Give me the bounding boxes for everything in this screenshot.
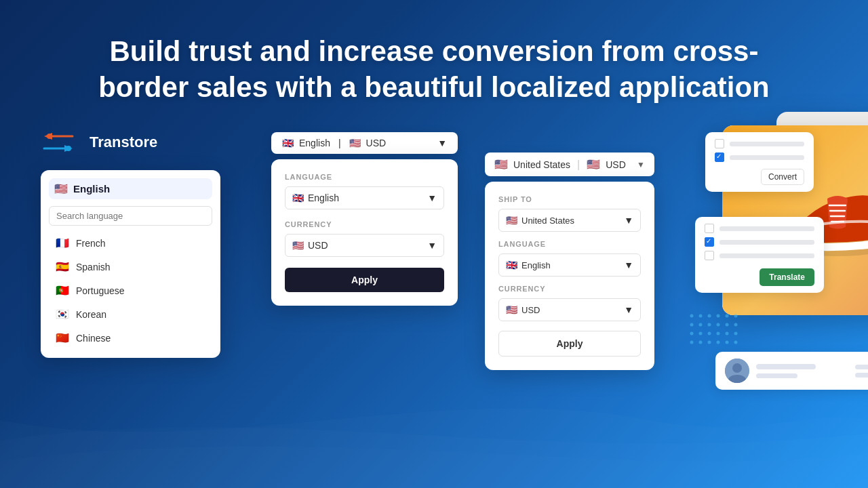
language-widget: 🇺🇸 English 🇫🇷 French 🇪🇸 Spanish 🇵🇹 Portu… [41,170,220,358]
svg-point-26 [699,332,703,336]
topbar-currency: USD [366,138,387,148]
ship-to-value: United States [521,216,624,226]
language-chevron-icon: ▼ [427,192,437,203]
ship-to-bar-country: United States [513,159,570,170]
svg-point-16 [717,314,720,318]
svg-point-22 [717,323,720,327]
language-select[interactable]: 🇬🇧 English ▼ [285,186,444,209]
svg-point-24 [734,323,738,327]
svg-point-27 [708,332,711,336]
svg-point-28 [717,332,720,336]
svg-point-25 [690,332,694,336]
language-option-chinese[interactable]: 🇨🇳 Chinese [49,326,212,350]
ship-currency-chevron: ▼ [624,304,633,315]
apply-button[interactable]: Apply [285,268,444,292]
logo-icon [41,125,81,159]
ship-language-value: English [521,260,624,270]
top-bar-selector[interactable]: 🇬🇧 English | 🇺🇸 USD ▼ [271,132,458,154]
svg-point-21 [708,323,711,327]
currency-section-label: CURRENCY [285,220,444,228]
ship-currency-select[interactable]: 🇺🇸 USD ▼ [498,298,641,321]
svg-point-32 [699,341,703,344]
ship-language-select[interactable]: 🇬🇧 English ▼ [498,253,641,277]
svg-point-18 [734,314,738,318]
svg-point-17 [726,314,729,318]
currency-chevron-icon: ▼ [427,240,437,251]
svg-point-15 [708,314,711,318]
dot-grid-decoration [688,312,743,356]
right-panel: Convert Translate [682,112,827,369]
middle-panel: 🇬🇧 English | 🇺🇸 USD ▼ LANGUAGE 🇬🇧 Englis… [271,132,458,306]
language-option-spanish[interactable]: 🇪🇸 Spanish [49,255,212,279]
page-title: Build trust and increase conversion from… [68,34,800,105]
selected-language-name: English [73,183,110,195]
hero-section: Build trust and increase conversion from… [0,0,868,125]
checkbox-3[interactable] [705,224,714,233]
svg-point-23 [726,323,729,327]
checkbox-row-3 [705,224,814,233]
profile-detail-line [756,373,797,378]
profile-info [756,364,848,378]
currency-select[interactable]: 🇺🇸 USD ▼ [285,234,444,257]
topbar-language: English [299,138,330,148]
checkbox-row-2 [715,152,804,162]
ship-currency-value: USD [521,305,624,315]
ship-language-label: Language [498,240,641,248]
checkbox-row-4 [705,237,814,247]
svg-point-13 [690,314,694,318]
ship-to-panel-wrapper: 🇺🇸 United States | 🇺🇸 USD ▼ Ship to 🇺🇸 U… [485,152,654,370]
ship-to-label: Ship to [498,195,641,203]
svg-point-20 [699,323,703,327]
svg-point-34 [717,341,720,344]
svg-point-30 [734,332,738,336]
svg-point-31 [690,341,694,344]
checkbox-1[interactable] [715,139,724,148]
search-language-input[interactable] [49,206,212,226]
language-section-label: LANGUAGE [285,173,444,181]
svg-point-12 [732,363,742,373]
profile-name-line [756,364,816,369]
translate-button[interactable]: Translate [760,268,814,286]
svg-point-19 [690,323,694,327]
svg-point-5 [66,146,71,151]
convert-action-card: Convert [705,132,814,192]
selected-language-flag: 🇺🇸 [54,182,68,195]
checkbox-5[interactable] [705,251,714,260]
avatar [725,359,749,383]
convert-button[interactable]: Convert [761,169,804,185]
language-widget-header[interactable]: 🇺🇸 English [49,178,212,199]
checkbox-row-1 [715,139,804,148]
brand-logo: Transtore [41,125,157,159]
translate-action-card: Translate [695,217,824,293]
ship-to-select-chevron: ▼ [624,215,633,226]
profile-rating [855,365,868,378]
ship-apply-button[interactable]: Apply [498,331,641,357]
profile-card [715,352,868,390]
language-option-french[interactable]: 🇫🇷 French [49,231,212,255]
language-option-korean[interactable]: 🇰🇷 Korean [49,302,212,326]
svg-marker-2 [44,133,52,140]
left-panel: Transtore 🇺🇸 English 🇫🇷 French 🇪🇸 Spanis… [41,125,244,358]
checkbox-2[interactable] [715,152,724,162]
brand-name: Transtore [90,134,157,151]
checkbox-4[interactable] [705,237,714,247]
checkbox-row-5 [705,251,814,260]
language-option-portuguese[interactable]: 🇵🇹 Portuguese [49,279,212,302]
svg-point-36 [734,341,738,344]
svg-point-29 [726,332,729,336]
svg-point-35 [726,341,729,344]
currency-language-dropdown: LANGUAGE 🇬🇧 English ▼ CURRENCY 🇺🇸 USD ▼ … [271,159,458,306]
ship-language-chevron: ▼ [624,260,633,270]
ship-to-select[interactable]: 🇺🇸 United States ▼ [498,209,641,232]
language-select-value: English [308,192,427,203]
ship-currency-label: Currency [498,285,641,293]
currency-select-value: USD [308,240,427,251]
ship-to-dropdown: Ship to 🇺🇸 United States ▼ Language 🇬🇧 E… [485,182,654,370]
topbar-chevron-icon: ▼ [437,138,447,148]
ship-to-bar-currency: USD [606,159,626,170]
ship-to-chevron-icon: ▼ [637,160,645,169]
content-area: Transtore 🇺🇸 English 🇫🇷 French 🇪🇸 Spanis… [0,125,868,370]
svg-point-14 [699,314,703,318]
svg-point-33 [708,341,711,344]
ship-to-bar[interactable]: 🇺🇸 United States | 🇺🇸 USD ▼ [485,152,654,176]
